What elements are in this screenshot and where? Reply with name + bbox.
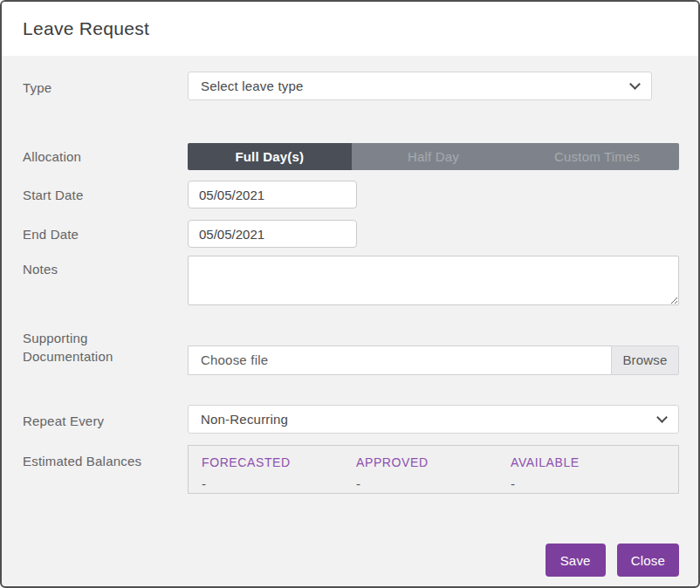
end-date-input[interactable] <box>188 220 357 248</box>
close-button[interactable]: Close <box>617 544 679 577</box>
allocation-option-custom-times[interactable]: Custom Times <box>515 143 679 170</box>
repeat-every-select[interactable]: Non-Recurring <box>188 405 679 434</box>
balance-forecasted: FORECASTED - <box>202 455 356 493</box>
balance-available-value: - <box>511 477 665 490</box>
supporting-documentation-row: Supporting Documentation Choose file Bro… <box>23 329 679 375</box>
start-date-input[interactable] <box>188 181 357 209</box>
supporting-documentation-label-line2: Documentation <box>23 347 188 366</box>
estimated-balances-label: Estimated Balances <box>23 445 188 470</box>
estimated-balances-row: Estimated Balances FORECASTED - APPROVED… <box>23 445 679 494</box>
leave-request-dialog: Leave Request Type Select leave type All… <box>0 0 700 588</box>
repeat-every-row: Repeat Every Non-Recurring <box>23 405 679 434</box>
repeat-every-label: Repeat Every <box>23 405 188 430</box>
browse-button[interactable]: Browse <box>611 345 679 375</box>
allocation-option-full-days[interactable]: Full Day(s) <box>188 143 352 170</box>
dialog-header: Leave Request <box>2 2 698 56</box>
balance-available-header: AVAILABLE <box>511 455 665 469</box>
balance-approved-header: APPROVED <box>356 455 511 469</box>
dialog-title: Leave Request <box>23 18 677 39</box>
leave-type-select-wrap: Select leave type <box>188 72 652 100</box>
supporting-documentation-label: Supporting Documentation <box>23 329 188 366</box>
allocation-label: Allocation <box>23 143 188 166</box>
file-input[interactable]: Choose file <box>188 345 611 375</box>
notes-textarea[interactable] <box>188 256 679 305</box>
start-date-label: Start Date <box>23 181 188 204</box>
repeat-every-select-wrap: Non-Recurring <box>188 405 679 434</box>
allocation-row: Allocation Full Day(s) Half Day Custom T… <box>23 143 679 170</box>
estimated-balances-panel: FORECASTED - APPROVED - AVAILABLE - <box>188 445 679 494</box>
balance-forecasted-value: - <box>202 477 356 490</box>
type-label: Type <box>23 72 188 97</box>
balance-forecasted-header: FORECASTED <box>202 455 356 469</box>
notes-label: Notes <box>23 256 188 278</box>
balance-approved-value: - <box>356 477 511 490</box>
dialog-body: Type Select leave type Allocation Full D… <box>2 72 698 577</box>
allocation-toggle: Full Day(s) Half Day Custom Times <box>188 143 679 170</box>
end-date-row: End Date <box>23 220 679 248</box>
dialog-actions: Save Close <box>23 544 679 577</box>
notes-row: Notes <box>23 256 679 309</box>
supporting-documentation-label-line1: Supporting <box>23 329 188 347</box>
start-date-row: Start Date <box>23 181 679 209</box>
allocation-option-half-day[interactable]: Half Day <box>352 143 516 170</box>
file-upload-group: Choose file Browse <box>188 345 679 375</box>
save-button[interactable]: Save <box>546 544 606 577</box>
type-row: Type Select leave type <box>23 72 679 100</box>
end-date-label: End Date <box>23 220 188 243</box>
balance-available: AVAILABLE - <box>511 455 665 493</box>
balance-approved: APPROVED - <box>356 455 511 493</box>
leave-type-select[interactable]: Select leave type <box>188 72 652 100</box>
